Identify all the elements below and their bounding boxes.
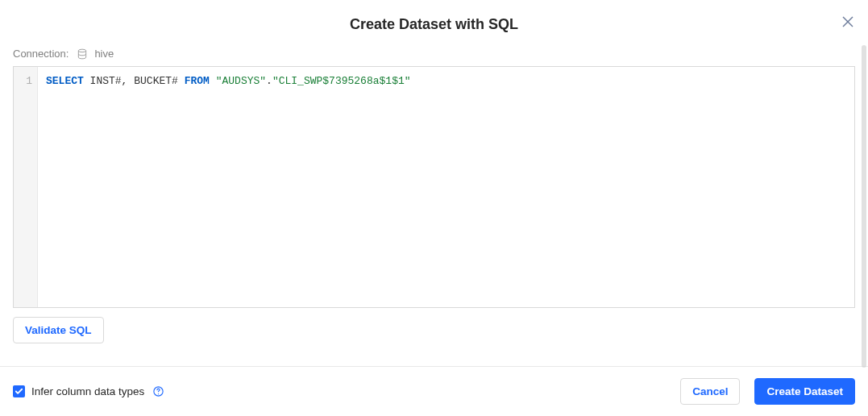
sql-table: "CLI_SWP$7395268a$1$1": [272, 75, 411, 87]
connection-name: hive: [94, 48, 114, 60]
dialog-body: Connection: hive 1 SELECT INST#, BUCKET#…: [0, 48, 868, 366]
scrollbar-thumb[interactable]: [862, 45, 866, 368]
validate-row: Validate SQL: [13, 317, 855, 343]
svg-point-4: [158, 393, 159, 394]
sql-space: [210, 75, 216, 87]
sql-schema: "AUDSYS": [216, 75, 266, 87]
validate-sql-button[interactable]: Validate SQL: [13, 317, 104, 343]
create-dataset-dialog: Create Dataset with SQL Connection: hive…: [0, 0, 868, 416]
create-dataset-button[interactable]: Create Dataset: [754, 378, 855, 405]
cancel-button[interactable]: Cancel: [680, 378, 740, 405]
help-icon[interactable]: [152, 385, 164, 397]
line-number: 1: [14, 73, 32, 89]
sql-dot: .: [266, 75, 272, 87]
connection-row: Connection: hive: [13, 48, 855, 60]
sql-keyword-select: SELECT: [46, 75, 84, 87]
sql-editor[interactable]: 1 SELECT INST#, BUCKET# FROM "AUDSYS"."C…: [13, 66, 855, 308]
editor-gutter: 1: [14, 67, 38, 307]
infer-types-checkbox[interactable]: [13, 385, 25, 397]
sql-keyword-from: FROM: [185, 75, 210, 87]
connection-label: Connection:: [13, 48, 69, 60]
dialog-title: Create Dataset with SQL: [0, 16, 868, 33]
database-icon: [77, 48, 88, 60]
svg-point-2: [79, 49, 86, 52]
dialog-footer: Infer column data types Cancel Create Da…: [0, 366, 868, 416]
close-icon[interactable]: [842, 16, 853, 31]
infer-types-label: Infer column data types: [31, 385, 144, 397]
sql-columns: INST#, BUCKET#: [84, 75, 185, 87]
dialog-header: Create Dataset with SQL: [0, 0, 868, 48]
editor-code[interactable]: SELECT INST#, BUCKET# FROM "AUDSYS"."CLI…: [38, 67, 854, 307]
